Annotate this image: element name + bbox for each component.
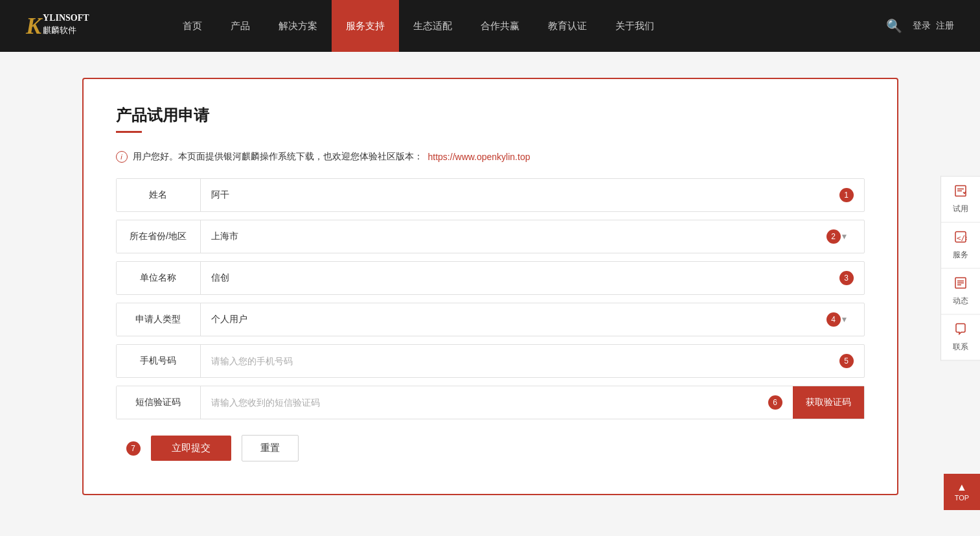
register-link[interactable]: 注册: [936, 20, 954, 32]
logo-text-wrap: YLINSOFT 麒麟软件: [43, 16, 89, 36]
login-link[interactable]: 登录: [913, 20, 931, 32]
reset-button[interactable]: 重置: [242, 435, 299, 461]
nav-education[interactable]: 教育认证: [534, 0, 601, 52]
logo[interactable]: K YLINSOFT 麒麟软件: [26, 12, 130, 40]
name-input[interactable]: [211, 190, 834, 200]
field-name-row: 姓名 1: [116, 178, 865, 212]
info-icon: i: [116, 151, 128, 163]
field-province-select[interactable]: 上海市 2 ▼: [201, 220, 864, 253]
title-underline: [116, 131, 142, 133]
field-name-label: 姓名: [117, 179, 201, 211]
type-arrow-icon: ▼: [841, 315, 849, 324]
top-arrow-icon: ▲: [957, 482, 967, 493]
field-sms-label: 短信验证码: [117, 386, 201, 419]
form-card: 产品试用申请 i 用户您好。本页面提供银河麒麟操作系统下载，也欢迎您体验社区版本…: [82, 78, 898, 495]
form-actions: 7 立即提交 重置: [116, 435, 865, 461]
info-bar: i 用户您好。本页面提供银河麒麟操作系统下载，也欢迎您体验社区版本： https…: [116, 151, 865, 163]
logo-ylinsoft: YLINSOFT: [43, 13, 89, 23]
field-company-row: 单位名称 3: [116, 261, 865, 295]
header: K YLINSOFT 麒麟软件 首页 产品 解决方案 服务支持 生态适配 合作共…: [0, 0, 980, 52]
province-arrow-icon: ▼: [841, 232, 849, 241]
main-nav: 首页 产品 解决方案 服务支持 生态适配 合作共赢 教育认证 关于我们: [168, 0, 886, 52]
logo-cn: 麒麟软件: [43, 25, 89, 36]
main-content: 产品试用申请 i 用户您好。本页面提供银河麒麟操作系统下载，也欢迎您体验社区版本…: [56, 78, 924, 495]
nav-cooperation[interactable]: 合作共赢: [466, 0, 534, 52]
field-type-row: 申请人类型 个人用户 4 ▼: [116, 303, 865, 336]
scroll-to-top-button[interactable]: ▲ TOP: [944, 474, 980, 510]
nav-service[interactable]: 服务支持: [332, 0, 399, 52]
badge-3: 3: [839, 271, 854, 285]
info-link[interactable]: https://www.openkylin.top: [428, 152, 530, 162]
field-phone-row: 手机号码 5: [116, 344, 865, 378]
get-code-button[interactable]: 获取验证码: [793, 386, 864, 419]
badge-4: 4: [826, 312, 841, 327]
badge-6: 6: [768, 395, 782, 410]
form-title: 产品试用申请: [116, 105, 865, 126]
badge-2: 2: [826, 229, 841, 244]
field-sms-row: 短信验证码 6 获取验证码: [116, 386, 865, 419]
province-value: 上海市: [211, 231, 821, 242]
news-icon: [954, 276, 967, 292]
submit-button[interactable]: 立即提交: [151, 436, 231, 461]
svg-text:</>: </>: [957, 233, 967, 242]
nav-product[interactable]: 产品: [216, 0, 264, 52]
logo-k: K: [26, 12, 41, 40]
field-phone-label: 手机号码: [117, 345, 201, 377]
contact-icon: [954, 322, 967, 338]
trial-icon: [954, 184, 967, 200]
nav-ecosystem[interactable]: 生态适配: [399, 0, 466, 52]
sidebar-item-contact-label: 联系: [953, 341, 968, 352]
field-company-input-area: 3: [201, 262, 864, 294]
field-type-select[interactable]: 个人用户 4 ▼: [201, 303, 864, 336]
nav-about[interactable]: 关于我们: [601, 0, 668, 52]
sidebar-item-news[interactable]: 动态: [941, 268, 980, 314]
sidebar-right: 试用 </> 服务 动态 联系: [940, 176, 980, 360]
sidebar-item-trial-label: 试用: [953, 203, 968, 214]
service-icon: </>: [954, 230, 967, 246]
field-sms-input-area: 6: [201, 386, 793, 419]
field-province-label: 所在省份/地区: [117, 220, 201, 253]
sms-input[interactable]: [211, 397, 763, 408]
field-type-label: 申请人类型: [117, 303, 201, 336]
top-label: TOP: [955, 494, 969, 502]
badge-5: 5: [839, 354, 854, 368]
phone-input[interactable]: [211, 356, 834, 366]
field-province-row: 所在省份/地区 上海市 2 ▼: [116, 220, 865, 253]
header-right: 🔍 登录 注册: [886, 18, 954, 34]
sidebar-item-contact[interactable]: 联系: [941, 314, 980, 360]
sidebar-item-service-label: 服务: [953, 249, 968, 260]
nav-home[interactable]: 首页: [168, 0, 216, 52]
type-value: 个人用户: [211, 314, 821, 325]
sidebar-item-trial[interactable]: 试用: [941, 176, 980, 222]
search-button[interactable]: 🔍: [886, 18, 902, 34]
company-input[interactable]: [211, 273, 834, 283]
nav-solution[interactable]: 解决方案: [264, 0, 332, 52]
info-text: 用户您好。本页面提供银河麒麟操作系统下载，也欢迎您体验社区版本：: [133, 151, 423, 163]
badge-7: 7: [126, 441, 141, 456]
field-phone-input-area: 5: [201, 345, 864, 377]
sidebar-item-news-label: 动态: [953, 295, 968, 306]
sidebar-item-service[interactable]: </> 服务: [941, 222, 980, 268]
field-name-input-area: 1: [201, 179, 864, 211]
badge-1: 1: [839, 188, 854, 202]
field-company-label: 单位名称: [117, 262, 201, 294]
auth-links: 登录 注册: [913, 20, 954, 32]
